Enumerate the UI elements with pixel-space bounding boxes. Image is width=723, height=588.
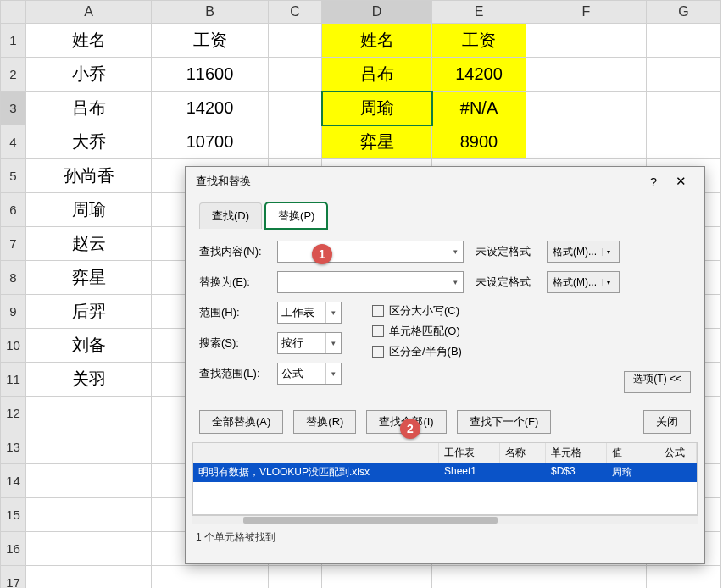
result-row[interactable]: 明明有数据，VLOOKUP没匹配到.xlsx Sheet1 $D$3 周瑜: [193, 463, 697, 482]
cell[interactable]: [152, 566, 269, 589]
row-header-12[interactable]: 12: [1, 397, 26, 430]
cell[interactable]: [26, 566, 152, 589]
format-button[interactable]: 格式(M)...▾: [547, 241, 620, 263]
match-case-checkbox[interactable]: 区分大小写(C): [372, 303, 462, 319]
chevron-down-icon[interactable]: ▾: [448, 241, 463, 262]
tab-find[interactable]: 查找(D): [199, 202, 262, 229]
col-header-E[interactable]: E: [432, 1, 526, 24]
options-toggle-button[interactable]: 选项(T) <<: [624, 371, 691, 393]
cell[interactable]: 赵云: [26, 227, 152, 261]
cell[interactable]: 周瑜: [26, 193, 152, 227]
cell[interactable]: 14200: [432, 58, 526, 92]
format-button[interactable]: 格式(M)...▾: [547, 271, 620, 293]
cell[interactable]: [26, 498, 152, 532]
results-scrollbar[interactable]: [192, 515, 698, 524]
row-header-15[interactable]: 15: [1, 498, 26, 532]
results-list[interactable]: 工作表 名称 单元格 值 公式 明明有数据，VLOOKUP没匹配到.xlsx S…: [192, 442, 698, 515]
row-header-8[interactable]: 8: [1, 261, 26, 295]
cell[interactable]: [26, 430, 152, 464]
cell[interactable]: [647, 92, 721, 125]
chevron-down-icon[interactable]: ▾: [325, 333, 341, 353]
row-header-10[interactable]: 10: [1, 329, 26, 363]
cell[interactable]: 姓名: [322, 24, 432, 58]
cell[interactable]: [526, 125, 647, 159]
cell[interactable]: 小乔: [26, 58, 152, 92]
cell[interactable]: [269, 58, 322, 92]
col-header-C[interactable]: C: [269, 1, 322, 24]
replace-all-button[interactable]: 全部替换(A): [199, 410, 283, 434]
row-header-4[interactable]: 4: [1, 125, 26, 159]
cell[interactable]: [26, 464, 152, 498]
cell[interactable]: 10700: [152, 125, 269, 159]
dialog-titlebar[interactable]: 查找和替换 ? ✕: [186, 167, 704, 196]
match-whole-checkbox[interactable]: 单元格匹配(O): [372, 324, 462, 339]
row-header-16[interactable]: 16: [1, 532, 26, 566]
col-header-D[interactable]: D: [322, 1, 432, 24]
match-width-checkbox[interactable]: 区分全/半角(B): [372, 344, 462, 359]
cell[interactable]: [647, 566, 721, 589]
chevron-down-icon[interactable]: ▾: [448, 272, 463, 292]
cell[interactable]: [647, 125, 721, 159]
cell[interactable]: 11600: [152, 58, 269, 92]
cell[interactable]: 吕布: [26, 92, 152, 125]
row-header-1[interactable]: 1: [1, 24, 26, 58]
cell[interactable]: [647, 24, 721, 58]
select-all-corner[interactable]: [1, 1, 26, 24]
chevron-down-icon[interactable]: ▾: [602, 248, 614, 256]
row-header-17[interactable]: 17: [1, 566, 26, 589]
replace-button[interactable]: 替换(R): [293, 410, 356, 434]
cell[interactable]: 大乔: [26, 125, 152, 159]
row-header-2[interactable]: 2: [1, 58, 26, 92]
chevron-down-icon[interactable]: ▾: [602, 279, 614, 286]
lookin-select[interactable]: 公式▾: [277, 363, 342, 385]
find-input[interactable]: ▾: [277, 241, 464, 263]
tab-replace[interactable]: 替换(P): [265, 202, 327, 229]
cell-active[interactable]: 周瑜: [322, 92, 432, 125]
cell[interactable]: 弈星: [322, 125, 432, 159]
cell[interactable]: [526, 24, 647, 58]
close-icon[interactable]: ✕: [667, 174, 694, 189]
cell[interactable]: 吕布: [322, 58, 432, 92]
row-header-3[interactable]: 3: [1, 92, 26, 125]
scope-select[interactable]: 工作表▾: [277, 302, 342, 324]
cell[interactable]: [432, 566, 526, 589]
cell[interactable]: 关羽: [26, 363, 152, 397]
cell[interactable]: 14200: [152, 92, 269, 125]
row-header-7[interactable]: 7: [1, 227, 26, 261]
cell[interactable]: [526, 58, 647, 92]
cell[interactable]: [269, 24, 322, 58]
find-next-button[interactable]: 查找下一个(F): [457, 410, 552, 434]
cell[interactable]: [269, 566, 322, 589]
cell[interactable]: 孙尚香: [26, 159, 152, 193]
row-header-14[interactable]: 14: [1, 464, 26, 498]
cell[interactable]: 工资: [432, 24, 526, 58]
help-button[interactable]: ?: [640, 175, 667, 189]
col-header-G[interactable]: G: [647, 1, 721, 24]
chevron-down-icon[interactable]: ▾: [325, 302, 341, 323]
cell[interactable]: 8900: [432, 125, 526, 159]
cell[interactable]: [647, 58, 721, 92]
row-header-6[interactable]: 6: [1, 193, 26, 227]
cell[interactable]: 弈星: [26, 261, 152, 295]
cell[interactable]: [26, 397, 152, 430]
cell[interactable]: [26, 532, 152, 566]
cell[interactable]: 姓名: [26, 24, 152, 58]
cell[interactable]: [526, 92, 647, 125]
cell[interactable]: [269, 125, 322, 159]
col-header-A[interactable]: A: [26, 1, 152, 24]
cell[interactable]: [526, 566, 647, 589]
row-header-9[interactable]: 9: [1, 295, 26, 329]
cell[interactable]: 工资: [152, 24, 269, 58]
cell[interactable]: #N/A: [432, 92, 526, 125]
close-button[interactable]: 关闭: [643, 410, 691, 434]
cell[interactable]: [269, 92, 322, 125]
row-header-5[interactable]: 5: [1, 159, 26, 193]
row-header-13[interactable]: 13: [1, 430, 26, 464]
col-header-B[interactable]: B: [152, 1, 269, 24]
cell[interactable]: 刘备: [26, 329, 152, 363]
chevron-down-icon[interactable]: ▾: [325, 363, 341, 384]
cell[interactable]: [322, 566, 432, 589]
scrollbar-thumb[interactable]: [243, 517, 498, 524]
replace-input[interactable]: ▾: [277, 271, 464, 293]
col-header-F[interactable]: F: [526, 1, 647, 24]
